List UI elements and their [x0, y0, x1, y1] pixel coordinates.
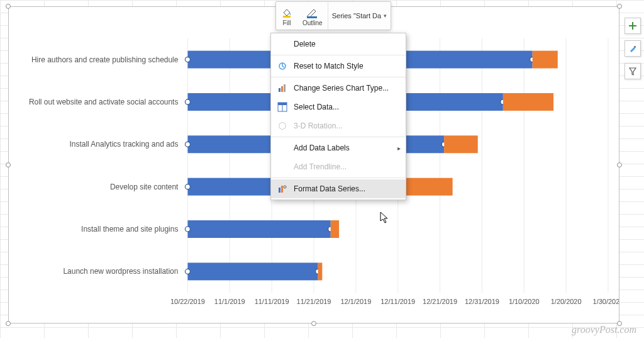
- svg-rect-1: [307, 16, 317, 18]
- x-axis-tick-label: 12/11/2019: [380, 298, 415, 305]
- x-axis-tick-label: 10/22/2019: [170, 298, 205, 305]
- data-bar[interactable]: [331, 220, 339, 238]
- reset-icon: [276, 60, 289, 72]
- x-axis-tick-label: 11/11/2019: [255, 298, 289, 305]
- mini-toolbar: Fill Outline Series "Start Da ▾: [275, 1, 391, 30]
- x-axis-tick-label: 11/1/2019: [214, 298, 245, 305]
- menu-format-data-series[interactable]: Format Data Series...: [271, 179, 406, 198]
- svg-rect-9: [279, 188, 280, 193]
- x-axis-tick-label: 12/31/2019: [465, 298, 499, 305]
- category-label: Launch new wordpress installation: [63, 267, 178, 276]
- svg-rect-4: [281, 86, 283, 92]
- watermark-text: groovyPost.com: [572, 324, 636, 335]
- data-point-handle[interactable]: [185, 227, 190, 232]
- context-menu: Delete Reset to Match Style Change Serie…: [270, 33, 406, 200]
- series-selector-text: Series "Start Da: [332, 12, 382, 20]
- menu-select-data[interactable]: Select Data...: [271, 98, 406, 116]
- menu-separator: [271, 77, 406, 77]
- data-point-handle[interactable]: [185, 57, 190, 62]
- menu-3d-rotation: 3-D Rotation...: [271, 116, 406, 135]
- fill-button[interactable]: Fill: [276, 2, 297, 30]
- data-point-handle[interactable]: [185, 184, 190, 189]
- chart-type-icon: [276, 82, 289, 94]
- svg-rect-12: [634, 46, 636, 48]
- x-axis-tick-label: 11/21/2019: [297, 298, 331, 305]
- svg-rect-10: [281, 186, 283, 193]
- cube-icon: [276, 120, 289, 132]
- outline-button[interactable]: Outline: [297, 2, 328, 30]
- menu-separator: [271, 55, 406, 55]
- data-bar[interactable]: [318, 262, 323, 280]
- svg-point-11: [284, 186, 286, 188]
- menu-add-data-labels[interactable]: Add Data Labels ▸: [271, 138, 406, 157]
- x-axis-tick-label: 1/20/2020: [551, 298, 582, 305]
- x-axis-tick-label: 12/1/2019: [340, 298, 371, 305]
- funnel-icon: [628, 67, 637, 76]
- paint-bucket-icon: [281, 6, 292, 19]
- blank-icon: [276, 38, 289, 50]
- chevron-down-icon: ▾: [384, 13, 387, 19]
- data-bar[interactable]: [187, 220, 330, 238]
- menu-label: Format Data Series...: [294, 184, 365, 193]
- chart-elements-button[interactable]: [625, 18, 641, 34]
- chart-styles-button[interactable]: [625, 40, 641, 57]
- menu-label: Add Data Labels: [294, 144, 350, 152]
- data-bar[interactable]: [444, 135, 477, 153]
- menu-separator: [271, 177, 406, 178]
- menu-add-trendline: Add Trendline...: [271, 157, 406, 176]
- category-label: Roll out website and activate social acc…: [29, 98, 179, 106]
- x-axis-tick-label: 1/30/2020: [593, 298, 619, 305]
- data-bar[interactable]: [503, 93, 553, 111]
- chevron-right-icon: ▸: [397, 145, 401, 152]
- x-axis-tick-label: 1/10/2020: [509, 298, 540, 305]
- svg-rect-0: [283, 16, 291, 18]
- chart-side-buttons: [625, 18, 641, 79]
- series-selector-dropdown[interactable]: Series "Start Da ▾: [328, 2, 391, 30]
- data-point-handle[interactable]: [185, 269, 190, 274]
- blank-icon: [276, 142, 289, 154]
- data-point-handle[interactable]: [185, 99, 190, 104]
- select-data-icon: [276, 101, 289, 113]
- svg-rect-3: [279, 88, 280, 92]
- paintbrush-icon: [628, 44, 637, 53]
- pen-outline-icon: [306, 6, 319, 19]
- menu-label: Change Series Chart Type...: [294, 84, 389, 93]
- menu-label: Reset to Match Style: [294, 62, 364, 70]
- outline-label: Outline: [303, 20, 323, 26]
- format-series-icon: [276, 183, 289, 195]
- chart-filters-button[interactable]: [625, 63, 641, 79]
- menu-reset-style[interactable]: Reset to Match Style: [271, 57, 406, 76]
- menu-label: 3-D Rotation...: [294, 121, 342, 130]
- menu-separator: [271, 137, 406, 137]
- blank-icon: [276, 161, 289, 173]
- menu-label: Select Data...: [294, 103, 339, 111]
- category-label: Develop site content: [110, 183, 179, 191]
- menu-label: Delete: [294, 40, 316, 48]
- category-label: Install theme and site plugins: [81, 225, 178, 234]
- category-label: Install Analytics tracking and ads: [69, 140, 178, 149]
- x-axis-tick-label: 12/21/2019: [423, 298, 457, 305]
- data-bar[interactable]: [533, 51, 558, 69]
- category-label: Hire authors and create publishing sched…: [31, 55, 179, 64]
- data-bar[interactable]: [187, 262, 318, 280]
- svg-rect-5: [284, 84, 286, 92]
- fill-label: Fill: [283, 20, 291, 26]
- plus-icon: [628, 21, 637, 30]
- data-point-handle[interactable]: [185, 142, 190, 147]
- menu-label: Add Trendline...: [294, 162, 347, 171]
- menu-delete[interactable]: Delete: [271, 35, 406, 54]
- menu-change-chart-type[interactable]: Change Series Chart Type...: [271, 79, 406, 98]
